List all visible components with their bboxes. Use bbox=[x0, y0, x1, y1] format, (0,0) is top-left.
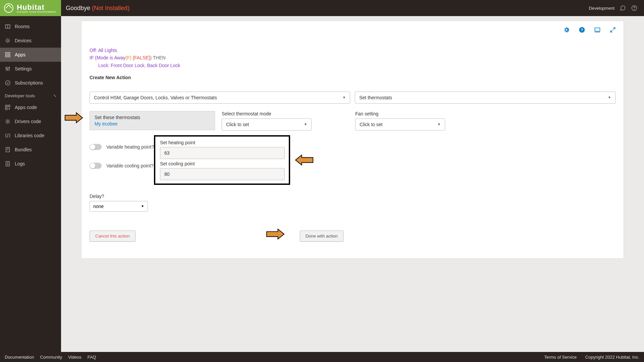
monitor-icon[interactable] bbox=[594, 27, 601, 33]
install-status: (Not Installed) bbox=[92, 5, 129, 11]
apps-icon bbox=[5, 52, 11, 58]
footer-link-community[interactable]: Community bbox=[40, 355, 62, 360]
env-label: Development bbox=[589, 6, 614, 11]
logo[interactable]: Hubitat ELEVATE YOUR ENVIRONMENT bbox=[0, 0, 61, 16]
libraries-code-icon bbox=[5, 133, 11, 139]
help-icon[interactable] bbox=[631, 5, 637, 11]
variable-cooling-label: Variable cooling point? bbox=[106, 163, 154, 168]
footer-terms[interactable]: Terms of Service bbox=[544, 355, 577, 360]
sidebar-item-libraries-code[interactable]: Libraries code bbox=[0, 128, 61, 143]
footer-link-faq[interactable]: FAQ bbox=[88, 355, 96, 360]
sidebar-item-bundles[interactable]: Bundles bbox=[0, 143, 61, 157]
help-icon[interactable]: ? bbox=[579, 27, 585, 33]
category-value: Control HSM, Garage Doors, Locks, Valves… bbox=[94, 95, 217, 100]
sidebar-item-label: Apps code bbox=[15, 105, 37, 110]
sidebar-item-subscriptions[interactable]: Subscriptions bbox=[0, 76, 61, 90]
settings-icon bbox=[5, 66, 11, 72]
sidebar-item-apps-code[interactable]: Apps code bbox=[0, 100, 61, 114]
svg-rect-8 bbox=[8, 55, 10, 57]
sidebar-item-label: Settings bbox=[15, 66, 32, 71]
svg-point-19 bbox=[7, 121, 9, 122]
sidebar-item-apps[interactable]: Apps bbox=[0, 48, 61, 62]
svg-point-13 bbox=[7, 69, 8, 70]
variable-heating-toggle[interactable] bbox=[90, 144, 102, 150]
variable-heating-row: Variable heating point? bbox=[90, 144, 154, 150]
delay-value: none bbox=[93, 204, 104, 209]
brand-tagline: ELEVATE YOUR ENVIRONMENT bbox=[17, 11, 56, 13]
fan-select[interactable]: Click to set ▼ bbox=[355, 118, 445, 131]
footer: Documentation Community Videos FAQ Terms… bbox=[0, 352, 644, 362]
bundles-icon bbox=[5, 147, 11, 153]
main: ? Off: All Lights IF (Mode is Away(F) [F… bbox=[61, 16, 644, 352]
thermo-label: Set these thermostats bbox=[95, 115, 210, 120]
devices-icon bbox=[5, 38, 11, 44]
mode-select[interactable]: Click to set ▼ bbox=[222, 118, 312, 131]
create-action-heading: Create New Action bbox=[90, 74, 615, 81]
sidebar-item-settings[interactable]: Settings bbox=[0, 62, 61, 76]
svg-point-1 bbox=[634, 9, 635, 9]
footer-link-videos[interactable]: Videos bbox=[68, 355, 82, 360]
expand-icon[interactable] bbox=[609, 27, 616, 33]
developer-tools-header[interactable]: Developer tools ⤡ bbox=[0, 90, 61, 100]
rule-false: [FALSE] bbox=[131, 55, 150, 60]
sidebar-item-rooms[interactable]: Rooms bbox=[0, 19, 61, 34]
content-card: ? Off: All Lights IF (Mode is Away(F) [F… bbox=[81, 21, 624, 259]
heating-point-input[interactable] bbox=[160, 147, 285, 159]
delay-select[interactable]: none ▼ bbox=[90, 201, 148, 212]
topbar-right: Development bbox=[589, 5, 644, 11]
rule-off-line: Off: All Lights bbox=[90, 47, 615, 54]
svg-point-4 bbox=[7, 40, 9, 42]
sidebar-item-label: Drivers code bbox=[15, 119, 41, 124]
fan-column: Fan setting Click to set ▼ bbox=[355, 111, 445, 131]
setpoints-box: Set heating point Set cooling point bbox=[154, 135, 290, 185]
gear-icon[interactable] bbox=[563, 27, 570, 33]
cooling-point-input[interactable] bbox=[160, 168, 285, 180]
action-select-row: Control HSM, Garage Doors, Locks, Valves… bbox=[90, 92, 615, 104]
footer-copyright: Copyright 2022 Hubitat, Inc. bbox=[585, 355, 639, 360]
sidebar-item-label: Apps bbox=[15, 52, 25, 57]
annotation-arrow-2 bbox=[295, 154, 314, 166]
chevron-down-icon: ▼ bbox=[141, 204, 144, 208]
sidebar-item-drivers-code[interactable]: Drivers code bbox=[0, 114, 61, 128]
heating-point-label: Set heating point bbox=[160, 140, 284, 145]
apps-code-icon bbox=[5, 104, 11, 110]
variable-cooling-toggle[interactable] bbox=[90, 163, 102, 169]
sidebar-item-label: Rooms bbox=[15, 24, 30, 29]
mode-value: Click to set bbox=[226, 122, 249, 127]
chat-icon[interactable] bbox=[620, 5, 626, 11]
rule-lock-line: Lock: Front Door Lock, Back Door Lock bbox=[98, 62, 615, 69]
action-select[interactable]: Set thermostats ▼ bbox=[355, 92, 615, 104]
sidebar-item-logs[interactable]: Logs bbox=[0, 157, 61, 171]
delay-label: Delay? bbox=[90, 194, 615, 199]
thermostats-box[interactable]: Set these thermostats My ecobee bbox=[90, 111, 215, 130]
svg-rect-6 bbox=[8, 52, 10, 54]
cancel-button[interactable]: Cancel this action bbox=[90, 230, 136, 242]
chevron-down-icon: ▼ bbox=[608, 96, 611, 99]
variable-cooling-row: Variable cooling point? bbox=[90, 163, 154, 169]
svg-text:?: ? bbox=[581, 28, 583, 32]
collapse-icon[interactable]: ⤡ bbox=[53, 94, 56, 98]
logs-icon bbox=[5, 161, 11, 167]
sidebar-item-label: Devices bbox=[15, 38, 32, 43]
page-title-text: Goodbye bbox=[66, 5, 90, 11]
svg-point-15 bbox=[5, 81, 10, 85]
done-button[interactable]: Done with action bbox=[300, 230, 343, 242]
svg-rect-18 bbox=[5, 108, 7, 110]
svg-point-12 bbox=[6, 67, 7, 68]
svg-rect-17 bbox=[8, 105, 10, 107]
sidebar: Rooms Devices Apps Settings Subscription… bbox=[0, 16, 61, 352]
category-select[interactable]: Control HSM, Garage Doors, Locks, Valves… bbox=[90, 92, 350, 104]
topbar: Hubitat ELEVATE YOUR ENVIRONMENT Goodbye… bbox=[0, 0, 644, 16]
chevron-down-icon: ▼ bbox=[304, 122, 307, 126]
action-value: Set thermostats bbox=[359, 95, 392, 100]
sidebar-item-label: Subscriptions bbox=[15, 80, 43, 86]
svg-rect-7 bbox=[5, 55, 7, 57]
sidebar-item-label: Bundles bbox=[15, 147, 32, 152]
rule-then: ) THEN bbox=[150, 55, 165, 60]
thermo-value[interactable]: My ecobee bbox=[95, 121, 210, 126]
rule-summary: Off: All Lights IF (Mode is Away(F) [FAL… bbox=[90, 47, 615, 82]
footer-link-docs[interactable]: Documentation bbox=[5, 355, 34, 360]
sidebar-item-devices[interactable]: Devices bbox=[0, 34, 61, 48]
variable-heating-label: Variable heating point? bbox=[106, 144, 154, 150]
subscriptions-icon bbox=[5, 80, 11, 86]
